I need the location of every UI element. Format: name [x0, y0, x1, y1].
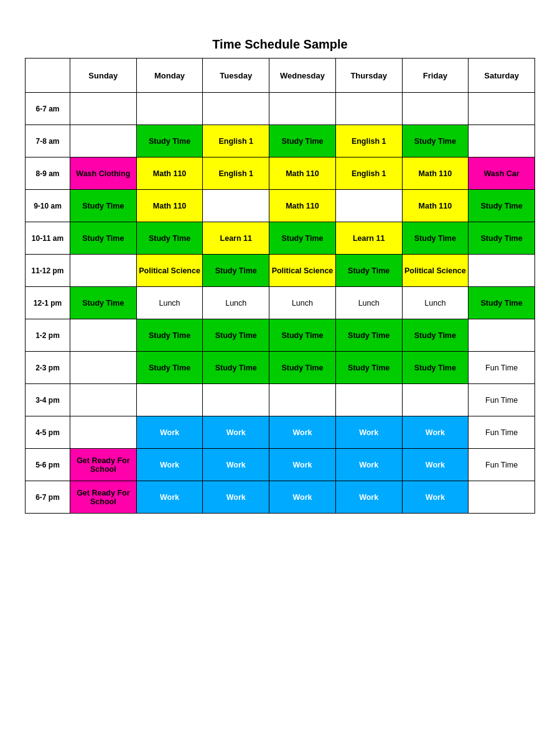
- schedule-cell: Study Time: [469, 190, 535, 222]
- schedule-cell: Work: [269, 449, 336, 481]
- table-row: 2-3 pmStudy TimeStudy TimeStudy TimeStud…: [26, 352, 535, 384]
- schedule-cell: [335, 190, 402, 222]
- schedule-cell: Political Science: [136, 255, 203, 287]
- schedule-cell: Study Time: [402, 352, 469, 384]
- schedule-cell: Work: [136, 416, 203, 449]
- schedule-cell: [469, 93, 535, 125]
- schedule-cell: [136, 93, 203, 125]
- table-row: 9-10 amStudy TimeMath 110Math 110Math 11…: [26, 190, 535, 222]
- schedule-cell: [469, 481, 535, 514]
- schedule-cell: Study Time: [402, 319, 469, 352]
- schedule-cell: Get Ready For School: [70, 449, 137, 481]
- table-row: 1-2 pmStudy TimeStudy TimeStudy TimeStud…: [26, 319, 535, 352]
- time-label: 2-3 pm: [26, 352, 70, 384]
- schedule-cell: Study Time: [269, 352, 336, 384]
- schedule-cell: Study Time: [70, 190, 137, 222]
- schedule-cell: Work: [269, 416, 336, 449]
- schedule-cell: Work: [335, 416, 402, 449]
- page-wrapper: Time Schedule Sample Sunday Monday Tuesd…: [25, 37, 535, 514]
- schedule-cell: Math 110: [402, 190, 469, 222]
- table-row: 11-12 pmPolitical ScienceStudy TimePolit…: [26, 255, 535, 287]
- schedule-cell: Work: [402, 481, 469, 514]
- table-row: 4-5 pmWorkWorkWorkWorkWorkFun Time: [26, 416, 535, 449]
- schedule-cell: [269, 384, 336, 416]
- schedule-cell: English 1: [335, 125, 402, 157]
- time-label: 9-10 am: [26, 190, 70, 222]
- schedule-cell: Study Time: [269, 319, 336, 352]
- schedule-cell: [335, 384, 402, 416]
- schedule-cell: [70, 416, 137, 449]
- schedule-cell: [70, 93, 137, 125]
- schedule-cell: [469, 319, 535, 352]
- schedule-cell: English 1: [203, 157, 269, 190]
- schedule-cell: [203, 93, 269, 125]
- schedule-cell: Study Time: [269, 125, 336, 157]
- schedule-cell: Fun Time: [469, 352, 535, 384]
- schedule-cell: Study Time: [269, 222, 336, 255]
- schedule-cell: Work: [402, 449, 469, 481]
- page-title: Time Schedule Sample: [25, 37, 535, 52]
- table-row: 8-9 amWash ClothingMath 110English 1Math…: [26, 157, 535, 190]
- schedule-cell: Work: [136, 449, 203, 481]
- schedule-cell: Lunch: [136, 287, 203, 319]
- schedule-cell: Work: [203, 449, 269, 481]
- schedule-cell: Fun Time: [469, 384, 535, 416]
- table-row: 7-8 amStudy TimeEnglish 1Study TimeEngli…: [26, 125, 535, 157]
- schedule-cell: Study Time: [469, 222, 535, 255]
- schedule-cell: Study Time: [469, 287, 535, 319]
- schedule-cell: Fun Time: [469, 416, 535, 449]
- header-monday: Monday: [136, 59, 203, 93]
- schedule-cell: [402, 384, 469, 416]
- schedule-cell: [70, 319, 137, 352]
- schedule-cell: Political Science: [402, 255, 469, 287]
- schedule-table: Sunday Monday Tuesday Wednesday Thursday…: [25, 58, 535, 514]
- schedule-cell: Study Time: [136, 222, 203, 255]
- schedule-cell: [469, 255, 535, 287]
- time-label: 5-6 pm: [26, 449, 70, 481]
- schedule-cell: Work: [136, 481, 203, 514]
- time-label: 8-9 am: [26, 157, 70, 190]
- schedule-cell: Work: [203, 481, 269, 514]
- schedule-cell: Work: [402, 416, 469, 449]
- schedule-cell: [469, 125, 535, 157]
- schedule-cell: Get Ready For School: [70, 481, 137, 514]
- schedule-cell: Study Time: [203, 352, 269, 384]
- schedule-cell: [402, 93, 469, 125]
- schedule-cell: [70, 384, 137, 416]
- header-friday: Friday: [402, 59, 469, 93]
- table-row: 6-7 am: [26, 93, 535, 125]
- schedule-cell: [335, 93, 402, 125]
- time-label: 1-2 pm: [26, 319, 70, 352]
- time-label: 6-7 pm: [26, 481, 70, 514]
- schedule-cell: Work: [269, 481, 336, 514]
- schedule-cell: Learn 11: [203, 222, 269, 255]
- schedule-cell: Study Time: [203, 319, 269, 352]
- schedule-cell: Work: [335, 449, 402, 481]
- schedule-cell: Wash Car: [469, 157, 535, 190]
- schedule-cell: [70, 255, 137, 287]
- table-row: 5-6 pmGet Ready For SchoolWorkWorkWorkWo…: [26, 449, 535, 481]
- schedule-cell: Study Time: [203, 255, 269, 287]
- schedule-cell: Lunch: [203, 287, 269, 319]
- time-label: 4-5 pm: [26, 416, 70, 449]
- schedule-cell: Study Time: [335, 319, 402, 352]
- schedule-cell: [269, 93, 336, 125]
- schedule-cell: Study Time: [70, 222, 137, 255]
- schedule-cell: Study Time: [335, 352, 402, 384]
- schedule-cell: Study Time: [136, 352, 203, 384]
- header-wednesday: Wednesday: [269, 59, 336, 93]
- schedule-cell: English 1: [203, 125, 269, 157]
- header-thursday: Thursday: [335, 59, 402, 93]
- schedule-cell: [70, 125, 137, 157]
- schedule-cell: [136, 384, 203, 416]
- schedule-cell: Math 110: [269, 157, 336, 190]
- time-label: 10-11 am: [26, 222, 70, 255]
- schedule-cell: Study Time: [136, 319, 203, 352]
- schedule-cell: Study Time: [70, 287, 137, 319]
- time-label: 3-4 pm: [26, 384, 70, 416]
- schedule-cell: Study Time: [402, 125, 469, 157]
- schedule-cell: Math 110: [402, 157, 469, 190]
- schedule-cell: Fun Time: [469, 449, 535, 481]
- schedule-cell: [203, 190, 269, 222]
- time-label: 11-12 pm: [26, 255, 70, 287]
